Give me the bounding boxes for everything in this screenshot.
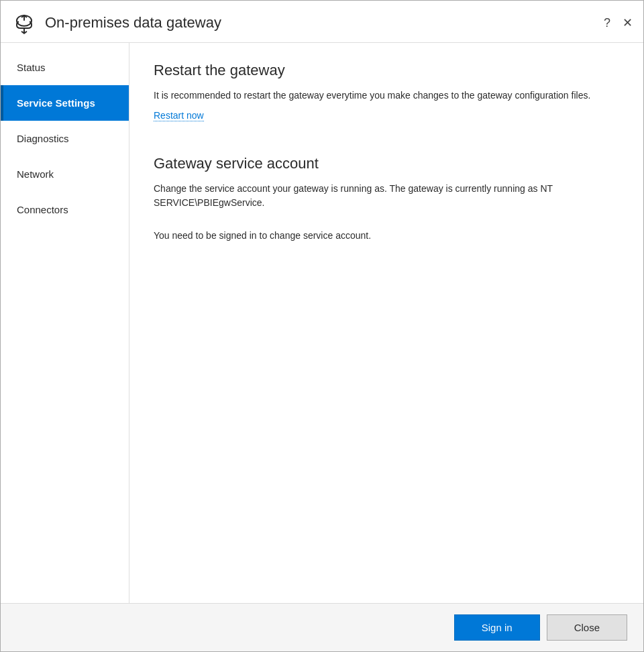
main-window: On-premises data gateway ? ✕ Status Serv… [0, 0, 644, 652]
help-button[interactable]: ? [604, 16, 610, 30]
restart-title: Restart the gateway [154, 62, 619, 79]
title-bar: On-premises data gateway ? ✕ [1, 1, 643, 43]
restart-now-link[interactable]: Restart now [154, 110, 204, 121]
sign-in-button[interactable]: Sign in [454, 614, 540, 641]
sidebar-item-service-settings[interactable]: Service Settings [1, 85, 129, 121]
account-title: Gateway service account [154, 155, 619, 172]
account-description1: Change the service account your gateway … [154, 182, 619, 210]
sidebar-item-status[interactable]: Status [1, 50, 129, 85]
window-controls: ? ✕ [604, 15, 633, 30]
sidebar-item-network[interactable]: Network [1, 156, 129, 192]
gateway-account-section: Gateway service account Change the servi… [154, 155, 619, 243]
footer: Sign in Close [1, 603, 643, 651]
account-description2: You need to be signed in to change servi… [154, 229, 619, 243]
content-area: Status Service Settings Diagnostics Netw… [1, 43, 643, 603]
app-icon [11, 10, 37, 36]
restart-description: It is recommended to restart the gateway… [154, 89, 619, 103]
sidebar-item-connectors[interactable]: Connectors [1, 192, 129, 227]
window-title: On-premises data gateway [45, 14, 604, 32]
main-content: Restart the gateway It is recommended to… [129, 43, 643, 603]
close-button[interactable]: ✕ [623, 15, 633, 30]
sidebar: Status Service Settings Diagnostics Netw… [1, 43, 129, 603]
close-button[interactable]: Close [547, 614, 627, 641]
restart-section: Restart the gateway It is recommended to… [154, 62, 619, 142]
sidebar-item-diagnostics[interactable]: Diagnostics [1, 121, 129, 156]
